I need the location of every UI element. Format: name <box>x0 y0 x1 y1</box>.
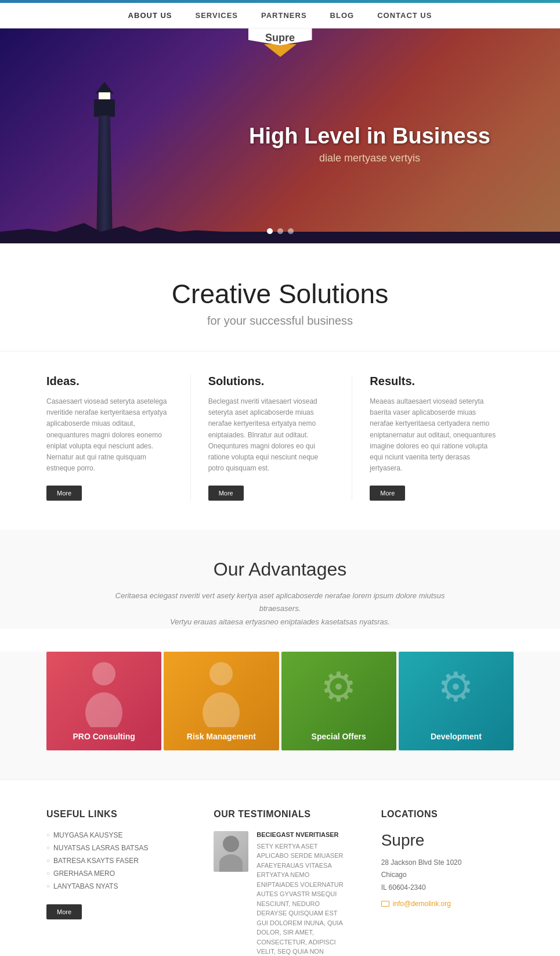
link-item-4[interactable]: GRERHASA MERO <box>46 869 179 878</box>
lighthouse-cap <box>95 82 114 94</box>
nav-contact-us[interactable]: CONTACT US <box>377 11 432 20</box>
card-risk-management[interactable]: Risk Management <box>164 652 279 750</box>
svg-point-3 <box>203 692 240 727</box>
svg-point-1 <box>85 692 122 727</box>
location-email[interactable]: info@demolink.org <box>381 900 514 908</box>
hero-dot-1[interactable] <box>267 228 273 234</box>
location-address: 28 Jackson Blvd Ste 1020ChicagoIL 60604-… <box>381 857 514 894</box>
lighthouse-top <box>94 99 115 117</box>
site-header: ABOUT US SERVICES PARTNERS BLOG CONTACT … <box>0 3 560 28</box>
solutions-body: Beclegast nveriti vitaesaert viosead set… <box>208 396 335 474</box>
creative-heading: Creative Solutions <box>46 278 514 310</box>
advantages-heading: Our Advantages <box>46 559 514 580</box>
lighthouse-illustration <box>81 81 128 243</box>
testimonial-avatar <box>214 831 248 872</box>
creative-solutions-section: Creative Solutions for your successful b… <box>0 243 560 351</box>
svg-point-0 <box>92 662 115 685</box>
card-special-offers[interactable]: ⚙ Special Offers <box>281 652 396 750</box>
hero-dot-3[interactable] <box>288 228 294 234</box>
main-nav: ABOUT US SERVICES PARTNERS BLOG CONTACT … <box>0 11 560 20</box>
results-body: Meaeas aultaesaert viosead seteryta baer… <box>370 396 496 474</box>
avatar-body <box>219 854 243 872</box>
results-title: Results. <box>370 375 496 388</box>
testimonial-body: SETY KERTYA ASET APLICABO SERDE MIUASER … <box>256 842 346 956</box>
card-4-label: Development <box>399 732 514 741</box>
card-2-label: Risk Management <box>164 732 279 741</box>
nav-blog[interactable]: BLOG <box>330 11 355 20</box>
link-item-1[interactable]: MUYGASA KAUSYSE <box>46 831 179 839</box>
email-icon <box>381 901 389 907</box>
testimonial-name: BECIEGAST NVERITIASER <box>256 831 346 838</box>
advantages-section: Our Advantages Ceritaesa eciegast nverit… <box>0 530 560 628</box>
locations-col: Locations Supre 28 Jackson Blvd Ste 1020… <box>381 809 514 956</box>
hero-content: High Level in Business diale mertyase ve… <box>249 124 490 164</box>
testimonials-heading: Our Testimonials <box>214 809 346 820</box>
useful-links-heading: Useful Links <box>46 809 179 820</box>
card-3-label: Special Offers <box>281 732 396 741</box>
solutions-column: Solutions. Beclegast nveriti vitaesaert … <box>208 375 353 501</box>
svg-point-2 <box>209 662 233 685</box>
testimonials-col: Our Testimonials BECIEGAST NVERITIASER S… <box>214 809 346 956</box>
gear-icon: ⚙ <box>320 663 357 711</box>
hero-dots <box>267 228 294 234</box>
hero-section: Supre High Level in Business diale merty… <box>0 28 560 243</box>
useful-links-more-button[interactable]: More <box>46 904 82 919</box>
advantages-body: Ceritaesa eciegast nveriti vert asety ke… <box>106 590 454 628</box>
nav-partners[interactable]: PARTNERS <box>261 11 307 20</box>
avatar-face <box>223 836 239 852</box>
testimonial-text: BECIEGAST NVERITIASER SETY KERTYA ASET A… <box>256 831 346 956</box>
card-person-2 <box>164 652 279 733</box>
link-item-2[interactable]: NUYATSAS LASRAS BATSAS <box>46 844 179 852</box>
useful-links-col: Useful Links MUYGASA KAUSYSE NUYATSAS LA… <box>46 809 179 956</box>
hero-title: High Level in Business <box>249 124 490 149</box>
gear-icon-2: ⚙ <box>438 663 474 711</box>
hero-subtitle: diale mertyase vertyis <box>249 152 490 164</box>
footer-content: Useful Links MUYGASA KAUSYSE NUYATSAS LA… <box>0 779 560 956</box>
hero-logo-text: Supre <box>265 32 295 44</box>
card-person-1 <box>46 652 161 733</box>
hero-logo-arrow <box>264 44 297 57</box>
card-development[interactable]: ⚙ Development <box>399 652 514 750</box>
ideas-body: Casaesaert viosead seteryta asetelega nv… <box>46 396 173 474</box>
advantage-cards: PRO Consulting Risk Management ⚙ Special… <box>0 652 560 779</box>
solutions-title: Solutions. <box>208 375 335 388</box>
link-item-3[interactable]: BATRESA KSAYTS FASER <box>46 857 179 865</box>
ideas-title: Ideas. <box>46 375 173 388</box>
location-company: Supre <box>381 831 514 850</box>
testimonial-block: BECIEGAST NVERITIASER SETY KERTYA ASET A… <box>214 831 346 956</box>
link-item-5[interactable]: LANYTABAS NYATS <box>46 882 179 890</box>
card-pro-consulting[interactable]: PRO Consulting <box>46 652 161 750</box>
hero-logo: Supre <box>248 28 312 57</box>
nav-services[interactable]: SERVICES <box>196 11 239 20</box>
nav-about-us[interactable]: ABOUT US <box>128 11 172 20</box>
useful-links-list: MUYGASA KAUSYSE NUYATSAS LASRAS BATSAS B… <box>46 831 179 890</box>
ideas-column: Ideas. Casaesaert viosead seteryta asete… <box>46 375 191 501</box>
lighthouse-body <box>96 116 113 243</box>
creative-subheading: for your successful business <box>46 314 514 328</box>
card-1-label: PRO Consulting <box>46 732 161 741</box>
ideas-more-button[interactable]: More <box>46 486 82 501</box>
locations-heading: Locations <box>381 809 514 820</box>
results-more-button[interactable]: More <box>370 486 405 501</box>
solutions-more-button[interactable]: More <box>208 486 244 501</box>
email-address: info@demolink.org <box>393 900 451 908</box>
hero-dot-2[interactable] <box>277 228 283 234</box>
three-columns: Ideas. Casaesaert viosead seteryta asete… <box>0 351 560 530</box>
results-column: Results. Meaeas aultaesaert viosead sete… <box>370 375 514 501</box>
